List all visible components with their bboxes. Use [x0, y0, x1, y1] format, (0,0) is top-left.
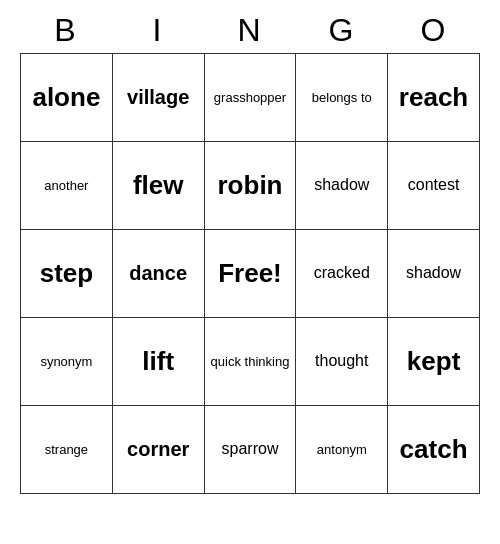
- bingo-cell: alone: [21, 53, 113, 141]
- table-row: strangecornersparrowantonymcatch: [21, 405, 480, 493]
- bingo-cell: contest: [388, 141, 480, 229]
- header-letter: I: [112, 12, 204, 49]
- bingo-cell: another: [21, 141, 113, 229]
- header-letter: G: [296, 12, 388, 49]
- bingo-cell: strange: [21, 405, 113, 493]
- bingo-cell: flew: [112, 141, 204, 229]
- bingo-cell: kept: [388, 317, 480, 405]
- header-letter: B: [20, 12, 112, 49]
- bingo-cell: village: [112, 53, 204, 141]
- bingo-header: BINGO: [20, 12, 480, 49]
- bingo-grid: alonevillagegrasshopperbelongs toreachan…: [20, 53, 480, 494]
- bingo-cell: robin: [204, 141, 296, 229]
- bingo-cell: belongs to: [296, 53, 388, 141]
- bingo-cell: thought: [296, 317, 388, 405]
- bingo-cell: cracked: [296, 229, 388, 317]
- bingo-cell: reach: [388, 53, 480, 141]
- bingo-cell: shadow: [296, 141, 388, 229]
- table-row: synonymliftquick thinkingthoughtkept: [21, 317, 480, 405]
- header-letter: O: [388, 12, 480, 49]
- header-letter: N: [204, 12, 296, 49]
- table-row: stepdanceFree!crackedshadow: [21, 229, 480, 317]
- bingo-cell: shadow: [388, 229, 480, 317]
- bingo-cell: Free!: [204, 229, 296, 317]
- bingo-cell: antonym: [296, 405, 388, 493]
- bingo-cell: corner: [112, 405, 204, 493]
- bingo-cell: lift: [112, 317, 204, 405]
- table-row: alonevillagegrasshopperbelongs toreach: [21, 53, 480, 141]
- bingo-cell: step: [21, 229, 113, 317]
- bingo-cell: sparrow: [204, 405, 296, 493]
- bingo-cell: catch: [388, 405, 480, 493]
- bingo-cell: synonym: [21, 317, 113, 405]
- bingo-cell: grasshopper: [204, 53, 296, 141]
- table-row: anotherflewrobinshadowcontest: [21, 141, 480, 229]
- bingo-cell: quick thinking: [204, 317, 296, 405]
- bingo-cell: dance: [112, 229, 204, 317]
